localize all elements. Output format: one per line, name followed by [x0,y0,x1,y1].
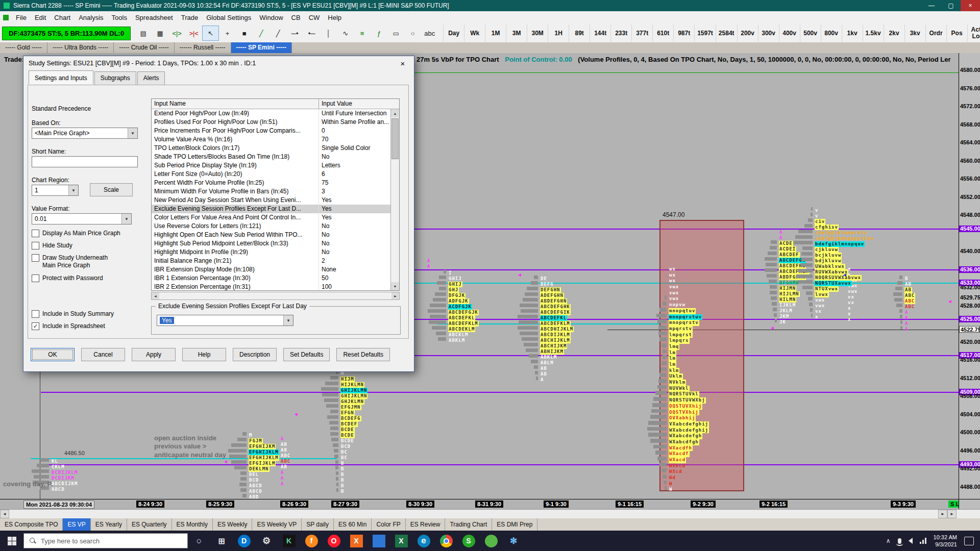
timeframe-144t[interactable]: 144t [590,24,610,42]
timeframe-610t[interactable]: 610t [652,24,673,42]
settings-row-highlight-midpoint-in-profile-in-29[interactable]: Highlight Midpoint In Profile (In:29)No [152,248,390,257]
timeframe-pos[interactable]: Pos [946,24,967,42]
trendline-tool-icon[interactable]: ╱ [270,26,286,41]
dropdown-arrow-icon[interactable]: ▼ [68,185,78,195]
kaspersky-icon[interactable]: K [278,531,300,551]
menu-chart[interactable]: Chart [50,14,75,21]
pencil-tool-icon[interactable]: ╱ [253,26,270,41]
include-in-study-summary-checkbox[interactable]: Include in Study Summary [32,310,114,318]
settings-row-highlight-sub-period-midpoint-letter-blo[interactable]: Highlight Sub Period Midpoint Letter/Blo… [152,239,390,248]
settings-row-profiles-used-for-poor-high-poor-low-in-[interactable]: Profiles Used For Poor High/Poor Low (In… [152,118,390,127]
symbol-tab-ultra-bonds[interactable]: ----- Ultra Bonds ----- [47,42,114,53]
timeframe-1h[interactable]: 1H [548,24,569,42]
timeframe-1m[interactable]: 1M [485,24,506,42]
menu-file[interactable]: File [12,14,31,21]
chartbook-tab-es-yearly[interactable]: ES Yearly [91,518,127,531]
settings-row-price-increments-for-poor-high-poor-low-[interactable]: Price Increments For Poor High/Poor Low … [152,127,390,135]
settings-gear-icon[interactable]: ⚙ [255,531,278,551]
microphone-icon[interactable] [898,538,901,544]
settings-row-shade-tpo-letters-blocks-based-on-time-i[interactable]: Shade TPO Letters/Blocks Based On Time (… [152,153,390,161]
cancel-button[interactable]: Cancel [81,348,125,361]
timeframe-300v[interactable]: 300v [758,24,779,42]
tray-expand-icon[interactable]: ∧ [886,537,891,544]
dropdown-arrow-icon[interactable]: ▼ [121,214,131,224]
crosshair-tool-icon[interactable]: + [219,26,236,41]
chartbook-tab-es-dmi-prep[interactable]: ES DMI Prep [492,518,537,531]
scroll-right-button[interactable]: ► [938,510,947,518]
opera-icon[interactable]: O [323,531,345,551]
grid-horizontal-scrollbar[interactable]: ◄ ► [151,292,400,300]
settings-row-volume-value-area-in-16[interactable]: Volume Value Area % (In:16)70 [152,135,390,144]
chartbook-tab-es-monthly[interactable]: ES Monthly [172,518,213,531]
chartbook-tab-es-review[interactable]: ES Review [406,518,446,531]
settings-row-highlight-open-of-each-new-sub-period-wi[interactable]: Highlight Open Of Each New Sub Period Wi… [152,231,390,239]
scroll-down-icon[interactable]: ▼ [391,282,399,290]
minimize-button[interactable]: — [922,0,941,11]
green-app-icon[interactable] [480,531,502,551]
timeframe-800v[interactable]: 800v [821,24,842,42]
snowflake-icon[interactable]: ✻ [502,531,525,551]
dialog-tab-subgraphs[interactable]: Subgraphs [94,71,136,85]
symbol-tab-crude-oil[interactable]: ----- Crude Oil ----- [114,42,174,53]
timeframe-3kv[interactable]: 3kv [904,24,925,42]
description-button[interactable]: Description [233,348,277,361]
scroll-right-icon[interactable]: ► [391,292,399,299]
chartbook-tab-es-composite-tpo[interactable]: ES Composite TPO [0,518,63,531]
settings-row-ibr-1-extension-percentage-in-30[interactable]: IBR 1 Extension Percentage (In:30)50 [152,274,390,283]
grid-vertical-scrollbar[interactable]: ▲ ▼ [390,109,399,290]
menu-tools[interactable]: Tools [108,14,131,21]
dropdown-arrow-icon[interactable]: ▼ [128,128,137,138]
zigzag-tool-icon[interactable]: ∿ [337,26,354,41]
dropdown-arrow-icon[interactable]: ▼ [283,315,293,325]
settings-row-new-period-at-day-session-start-when-usi[interactable]: New Period At Day Session Start When Usi… [152,196,390,205]
settings-row-ibr-extension-display-mode-in-108[interactable]: IBR Extension Display Mode (In:108)None [152,265,390,274]
timeframe-89t[interactable]: 89t [569,24,590,42]
pointer-tool-icon[interactable]: ↖ [202,26,219,41]
start-button[interactable] [0,531,23,551]
menu-edit[interactable]: Edit [31,14,50,21]
scrollbar-thumb[interactable] [391,118,399,159]
fib-projection-tool-icon[interactable]: ƒ [371,26,387,41]
tray-clock[interactable]: 10:32 AM 9/3/2021 [934,534,957,548]
notification-center-icon[interactable] [964,537,974,545]
timeframe-500v[interactable]: 500v [800,24,821,42]
edge-icon[interactable]: e [412,531,435,551]
timeframe-actv-log[interactable]: Actv Log [967,24,980,42]
chart-region-dropdown[interactable]: 1 ▼ [32,185,79,196]
chartbook-tab-es-60-min[interactable]: ES 60 Min [334,518,372,531]
settings-row-percent-width-for-volume-profile-in-25[interactable]: Percent Width For Volume Profile (In:25)… [152,179,390,187]
open-chart-icon[interactable]: ▤ [135,26,152,41]
excel-icon[interactable]: X [390,531,412,551]
timeframe-233t[interactable]: 233t [610,24,631,42]
price-scale[interactable]: 4580.004576.004572.004568.004564.004560.… [959,53,980,509]
settings-row-use-reverse-colors-for-letters-in-121[interactable]: Use Reverse Colors for Letters (In:121)N… [152,222,390,231]
timeframe-200v[interactable]: 200v [737,24,758,42]
short-name-input[interactable] [32,156,138,167]
firefox-icon[interactable]: f [300,531,323,551]
timeframe-ordr[interactable]: Ordr [925,24,946,42]
dialog-close-button[interactable]: × [391,56,414,70]
set-defaults-button[interactable]: Set Defaults [283,348,330,361]
cortana-icon[interactable]: ○ [188,531,210,551]
scroll-up-icon[interactable]: ▲ [391,109,399,117]
ok-button[interactable]: OK [31,348,75,361]
settings-row-sub-period-price-display-style-in-19[interactable]: Sub Period Price Display Style (In:19)Le… [152,161,390,170]
ellipse-tool-icon[interactable]: ○ [404,26,421,41]
settings-row-ibr-2-extension-percentage-in-31[interactable]: IBR 2 Extension Percentage (In:31)100 [152,283,390,290]
protect-with-password-checkbox[interactable]: Protect with Password [32,274,103,282]
menu-trade[interactable]: Trade [177,14,202,21]
settings-row-letter-font-size-0-auto-in-20[interactable]: Letter Font Size (0=Auto) (In:20)6 [152,170,390,179]
draw-study-underneath-checkbox[interactable]: Draw Study Underneath Main Price Graph [32,254,108,269]
increase-spacing-icon[interactable]: <|> [168,26,185,41]
ray-tool-icon[interactable]: ─• [286,26,303,41]
chrome-icon[interactable] [435,531,457,551]
scroll-left-icon[interactable]: ◄ [152,292,159,299]
timeframe-1597t[interactable]: 1597t [694,24,716,42]
folder-blue-icon[interactable] [368,531,390,551]
dialog-tab-alerts[interactable]: Alerts [137,71,165,85]
menu-help[interactable]: Help [324,14,346,21]
display-as-main-price-graph-checkbox[interactable]: Display As Main Price Graph [32,230,120,237]
text-tool-icon[interactable]: abc [421,26,438,41]
reset-defaults-button[interactable]: Reset Defaults [336,348,390,361]
timeframe-377t[interactable]: 377t [631,24,652,42]
